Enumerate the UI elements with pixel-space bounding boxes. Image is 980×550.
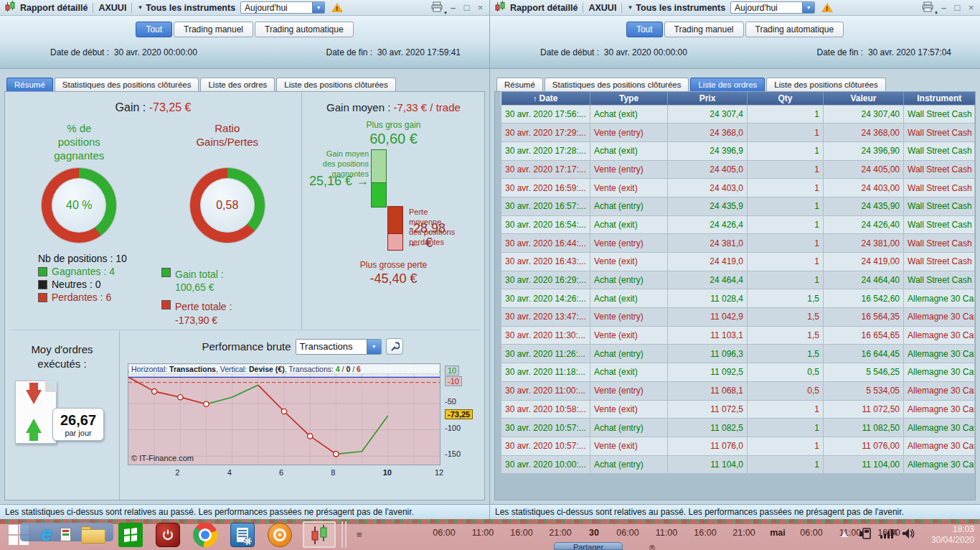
divider (93, 3, 93, 13)
order-row[interactable]: 30 avr. 2020 17:56:...Achat (exit)24 307… (501, 105, 975, 123)
column-header-qty[interactable]: Qty (748, 92, 824, 105)
donut-chart-pct-winning: 40 % (42, 168, 116, 243)
order-cell: 11 072,5 (668, 400, 748, 419)
order-cell: 24 419,00 (824, 253, 904, 271)
order-row[interactable]: 30 avr. 2020 10:57:...Achat (entry)11 08… (501, 419, 975, 437)
divider (583, 3, 583, 13)
filter-button-trading-manuel[interactable]: Trading manuel (664, 22, 744, 37)
chevron-down-icon: ▼ (443, 11, 448, 15)
order-row[interactable]: 30 avr. 2020 17:29:...Vente (entry)24 36… (501, 123, 975, 142)
print-button[interactable]: ▼ (921, 1, 935, 14)
order-row[interactable]: 30 avr. 2020 16:57:...Achat (entry)24 43… (501, 197, 975, 215)
filter-button-tout[interactable]: Tout (626, 22, 663, 37)
close-button[interactable]: × (966, 3, 976, 12)
order-row[interactable]: 30 avr. 2020 10:00:...Achat (entry)11 10… (501, 455, 975, 474)
order-row[interactable]: 30 avr. 2020 16:59:...Vente (exit)24 403… (501, 179, 975, 197)
order-row[interactable]: 30 avr. 2020 13:47:...Vente (entry)11 04… (501, 308, 975, 327)
filter-buttons: ToutTrading manuelTrading automatique (490, 16, 980, 37)
column-header-prix[interactable]: Prix (668, 92, 748, 105)
taskbar-item-file-explorer[interactable] (75, 519, 112, 550)
order-cell: 1 (748, 419, 824, 437)
taskbar-item-prorealtime[interactable] (298, 519, 340, 550)
date-end: Date de fin : 30 avr. 2020 17:59:41 (326, 47, 461, 57)
taskbar-icons: rtager e ≡ (0, 519, 362, 550)
order-row[interactable]: 30 avr. 2020 11:30:...Vente (exit)11 103… (501, 326, 975, 345)
clock-date: 30/04/2020 (931, 535, 974, 545)
instruments-dropdown[interactable]: ▼Tous les instruments (137, 3, 235, 13)
order-row[interactable]: 30 avr. 2020 11:00:...Vente (entry)11 06… (501, 381, 975, 400)
tab-liste-des-positions-cl-tur-es[interactable]: Liste des positions clôturées (766, 78, 885, 91)
minimize-button[interactable]: – (939, 3, 948, 12)
taskbar-grip[interactable] (341, 521, 347, 548)
taskbar-item-windows-store[interactable] (112, 519, 149, 550)
orders-average-figure: 26,67 par jour (15, 381, 101, 460)
account-label: AXUUI (588, 3, 616, 13)
column-header-date[interactable]: ↑Date (501, 92, 590, 105)
order-cell: Wall Street Cash (1€) (904, 197, 975, 215)
show-hidden-icons[interactable] (841, 532, 848, 537)
tab-liste-des-ordres[interactable]: Liste des ordres (200, 78, 275, 91)
titlebar-left: Rapport détaillé AXUUI ▼Tous les instrum… (0, 0, 489, 16)
battery-icon[interactable] (859, 528, 873, 541)
order-cell: 1 (748, 253, 824, 271)
order-cell: 1 (748, 215, 824, 234)
order-cell: 11 068,1 (668, 381, 748, 400)
tab-statistiques-des-positions-cl-tur-es[interactable]: Statistiques des positions clôturées (545, 78, 689, 91)
instruments-dropdown[interactable]: ▼Tous les instruments (627, 3, 725, 13)
column-header-instrument[interactable]: Instrument (904, 92, 975, 105)
taskbar-item-power[interactable] (149, 519, 187, 550)
filter-button-tout[interactable]: Tout (136, 22, 172, 37)
chart-settings-button[interactable] (386, 338, 403, 355)
speaker-icon[interactable] (902, 528, 916, 541)
performance-chart-plot[interactable]: Horizontal: Transactions, Vertical: Devi… (128, 363, 440, 465)
tab-statistiques-des-positions-cl-tur-es[interactable]: Statistiques des positions clôturées (55, 78, 199, 91)
order-cell: Achat (exit) (590, 215, 668, 234)
order-row[interactable]: 30 avr. 2020 10:58:...Vente (exit)11 072… (501, 400, 975, 419)
taskbar-item-notes[interactable] (56, 519, 75, 550)
order-cell: Wall Street Cash (1€) (904, 234, 975, 253)
order-row[interactable]: 30 avr. 2020 16:43:...Vente (exit)24 419… (501, 253, 975, 271)
print-button[interactable]: ▼ (430, 1, 444, 14)
order-row[interactable]: 30 avr. 2020 16:54:...Achat (exit)24 426… (501, 215, 975, 234)
order-row[interactable]: 30 avr. 2020 16:44:...Vente (entry)24 38… (501, 234, 975, 253)
period-select[interactable]: Aujourd'hui▼ (240, 1, 325, 14)
filter-button-trading-automatique[interactable]: Trading automatique (255, 22, 354, 37)
filter-button-trading-automatique[interactable]: Trading automatique (745, 22, 844, 37)
close-button[interactable]: × (476, 3, 485, 12)
order-row[interactable]: 30 avr. 2020 10:57:...Vente (exit)11 076… (501, 437, 975, 455)
minimize-button[interactable]: – (448, 3, 458, 12)
swatch-icon (38, 280, 47, 289)
order-row[interactable]: 30 avr. 2020 16:29:...Achat (entry)24 46… (501, 271, 975, 289)
taskbar-item-chrome[interactable] (187, 519, 224, 550)
order-row[interactable]: 30 avr. 2020 14:26:...Achat (exit)11 028… (501, 289, 975, 308)
period-select[interactable]: Aujourd'hui▼ (730, 1, 815, 14)
maximize-button[interactable]: □ (462, 3, 471, 12)
tab-liste-des-ordres[interactable]: Liste des ordres (690, 78, 765, 91)
clock[interactable]: 18:0330/04/2020 (923, 524, 974, 546)
network-signal-icon[interactable] (880, 528, 895, 541)
column-header-type[interactable]: Type (590, 92, 668, 105)
order-cell: 30 avr. 2020 11:30:... (501, 326, 590, 345)
performance-axis-select[interactable]: Transactions▼ (296, 339, 382, 355)
tab-liste-des-positions-cl-tur-es[interactable]: Liste des positions clôturées (276, 78, 395, 91)
order-cell: 1 (748, 455, 824, 474)
taskbar-item-task-manager[interactable] (224, 519, 261, 550)
order-row[interactable]: 30 avr. 2020 11:18:...Achat (exit)11 092… (501, 363, 975, 382)
filter-button-trading-manuel[interactable]: Trading manuel (174, 22, 253, 37)
warning-icon: ! (821, 3, 833, 12)
taskbar-item-settings-wheel[interactable] (261, 519, 298, 550)
orders-table-header[interactable]: ↑DateTypePrixQtyValeurInstrument (501, 92, 975, 105)
performance-label: Performance brute (202, 340, 291, 353)
order-cell: 30 avr. 2020 13:47:... (501, 308, 590, 327)
partager-button[interactable]: Partager (554, 542, 623, 550)
taskbar-menu-icon[interactable]: ≡ (357, 529, 362, 540)
order-row[interactable]: 30 avr. 2020 17:28:...Achat (exit)24 396… (501, 141, 975, 160)
maximize-button[interactable]: □ (953, 3, 962, 12)
order-row[interactable]: 30 avr. 2020 17:17:...Vente (entry)24 40… (501, 160, 975, 179)
column-header-valeur[interactable]: Valeur (824, 92, 904, 105)
tab-r-sum-[interactable]: Résumé (496, 78, 543, 91)
tab-r-sum-[interactable]: Résumé (6, 78, 53, 91)
order-cell: Wall Street Cash (1€) (904, 123, 975, 142)
order-row[interactable]: 30 avr. 2020 11:26:...Achat (entry)11 09… (501, 345, 975, 363)
taskbar-item-internet-explorer[interactable]: e (37, 519, 56, 550)
